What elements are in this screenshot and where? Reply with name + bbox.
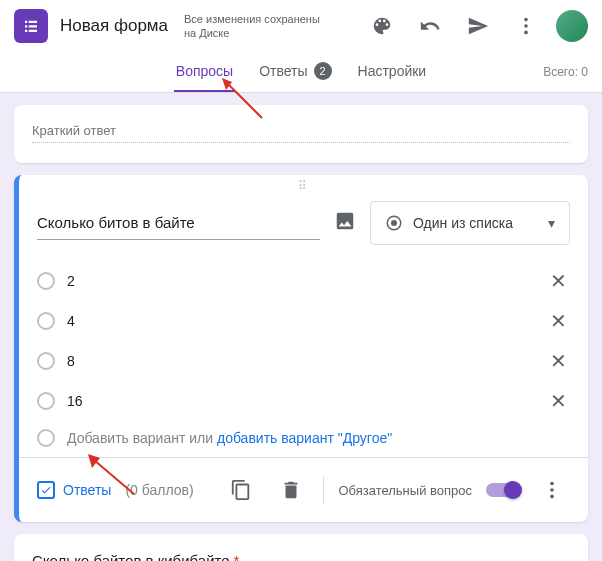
question-card: ⠿ Один из списка ▾ 2✕ 4✕ 8✕ 16✕ Добавить…	[14, 175, 588, 522]
remove-option-icon[interactable]: ✕	[546, 349, 570, 373]
required-star: *	[234, 552, 240, 561]
undo-icon[interactable]	[412, 8, 448, 44]
drag-handle-icon[interactable]: ⠿	[19, 175, 588, 197]
remove-option-icon[interactable]: ✕	[546, 269, 570, 293]
answers-badge: 2	[314, 62, 332, 80]
question-more-icon[interactable]	[534, 472, 570, 508]
svg-point-6	[524, 18, 528, 22]
radio-icon	[37, 429, 55, 447]
svg-rect-3	[29, 25, 37, 27]
remove-option-icon[interactable]: ✕	[546, 309, 570, 333]
answers-button[interactable]: Ответы	[37, 481, 111, 499]
remove-option-icon[interactable]: ✕	[546, 389, 570, 413]
required-label: Обязательный вопрос	[338, 483, 472, 498]
palette-icon[interactable]	[364, 8, 400, 44]
radio-icon	[37, 272, 55, 290]
question-input[interactable]	[37, 206, 320, 240]
radio-icon	[385, 214, 403, 232]
radio-icon	[37, 392, 55, 410]
add-option-row: Добавить вариант или добавить вариант "Д…	[37, 421, 570, 455]
svg-point-7	[524, 24, 528, 28]
radio-icon	[37, 352, 55, 370]
svg-point-12	[550, 488, 554, 492]
more-icon[interactable]	[508, 8, 544, 44]
option-row: 4✕	[37, 301, 570, 341]
add-option[interactable]: Добавить вариант	[67, 430, 185, 446]
options-list: 2✕ 4✕ 8✕ 16✕ Добавить вариант или добави…	[19, 255, 588, 457]
copy-icon[interactable]	[223, 472, 259, 508]
svg-rect-1	[29, 21, 37, 23]
avatar[interactable]	[556, 10, 588, 42]
required-toggle[interactable]	[486, 483, 520, 497]
option-row: 2✕	[37, 261, 570, 301]
delete-icon[interactable]	[273, 472, 309, 508]
question-type-select[interactable]: Один из списка ▾	[370, 201, 570, 245]
send-icon[interactable]	[460, 8, 496, 44]
tab-settings[interactable]: Настройки	[356, 52, 429, 92]
tab-answers[interactable]: Ответы2	[257, 52, 333, 92]
tab-questions[interactable]: Вопросы	[174, 52, 235, 92]
short-answer-input[interactable]	[32, 119, 570, 143]
svg-rect-4	[25, 30, 27, 32]
save-status: Все изменения сохраненына Диске	[184, 12, 320, 41]
svg-point-8	[524, 31, 528, 35]
radio-icon	[37, 312, 55, 330]
description-card	[14, 105, 588, 163]
option-row: 16✕	[37, 381, 570, 421]
image-icon[interactable]	[334, 210, 356, 236]
svg-point-13	[550, 495, 554, 499]
chevron-down-icon: ▾	[548, 215, 555, 231]
svg-rect-2	[25, 25, 27, 27]
question-card-2: Сколько байтов в кибибайте* 100 байт	[14, 534, 588, 561]
points-label: (0 баллов)	[125, 482, 193, 498]
option-row: 8✕	[37, 341, 570, 381]
forms-logo	[14, 9, 48, 43]
svg-rect-5	[29, 30, 37, 32]
add-other-option[interactable]: добавить вариант "Другое"	[217, 430, 392, 446]
total-label: Всего: 0	[543, 65, 588, 79]
check-icon	[37, 481, 55, 499]
question-title: Сколько байтов в кибибайте*	[32, 552, 570, 561]
svg-rect-0	[25, 21, 27, 23]
form-title[interactable]: Новая форма	[60, 16, 168, 36]
svg-point-11	[550, 482, 554, 486]
svg-point-10	[391, 220, 397, 226]
